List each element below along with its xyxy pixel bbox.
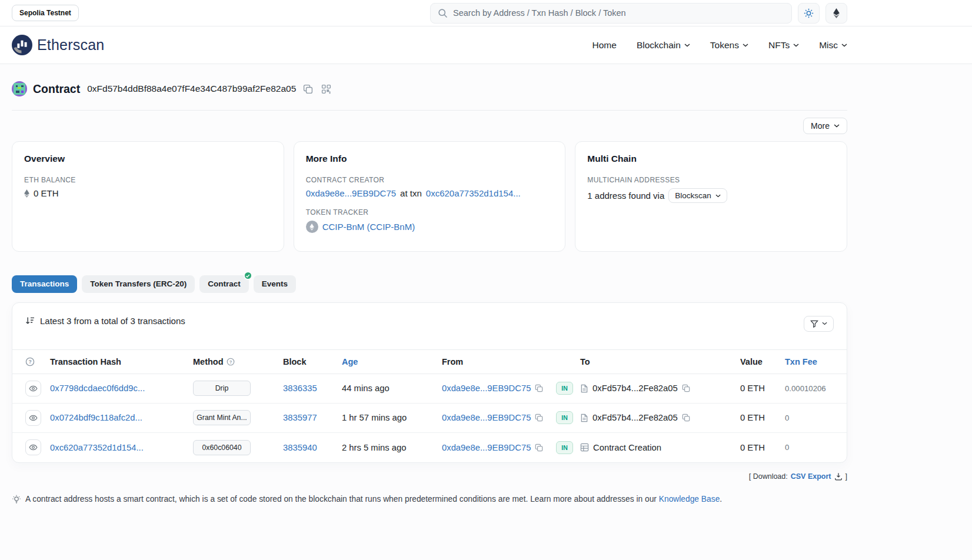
- chevron-down-icon: [822, 322, 827, 325]
- from-link[interactable]: 0xda9e8e...9EB9DC75: [442, 443, 531, 452]
- age-text: 1 hr 57 mins ago: [342, 413, 442, 422]
- search-box: [430, 3, 792, 24]
- knowledge-base-link[interactable]: Knowledge Base: [659, 495, 720, 504]
- preview-tx-button[interactable]: [25, 439, 41, 455]
- blockscan-dropdown[interactable]: Blockscan: [668, 188, 727, 203]
- creator-address-link[interactable]: 0xda9e8e...9EB9DC75: [306, 188, 396, 198]
- nav-item-label: Home: [592, 40, 617, 51]
- tab-transactions[interactable]: Transactions: [12, 275, 77, 293]
- download-suffix: ]: [845, 472, 847, 481]
- tabs: Transactions Token Transfers (ERC-20) Co…: [12, 275, 847, 293]
- col-method: Method: [193, 357, 224, 366]
- summary-cards: Overview ETH BALANCE 0 ETH More Info CON…: [12, 141, 847, 252]
- method-help-icon: ?: [227, 358, 235, 366]
- tx-table-body: 0x7798dcdaec0f6dd9c... Drip 3836335 44 m…: [12, 374, 847, 462]
- chevron-down-icon: [841, 44, 847, 47]
- main-content: Contract 0xFd57b4ddBf88a4e07fF4e34C487b9…: [12, 64, 847, 504]
- transactions-panel: Latest 3 from a total of 3 transactions …: [12, 302, 847, 463]
- copy-icon: [303, 84, 313, 94]
- more-button-label: More: [811, 121, 830, 131]
- chevron-down-icon: [684, 44, 690, 47]
- svg-text:?: ?: [28, 359, 31, 365]
- multichain-addresses-label: MULTICHAIN ADDRESSES: [587, 176, 835, 184]
- etherscan-logo[interactable]: Etherscan: [12, 35, 104, 55]
- creation-txn-link[interactable]: 0xc620a77352d1d154...: [426, 188, 521, 198]
- token-tracker-link[interactable]: CCIP-BnM (CCIP-BnM): [322, 222, 415, 232]
- note-suffix: .: [720, 495, 722, 504]
- token-logo-icon: [306, 221, 318, 233]
- gas-tracker-button[interactable]: [825, 3, 847, 24]
- nav-item-home[interactable]: Home: [592, 40, 617, 51]
- tab-contract[interactable]: Contract: [199, 275, 249, 293]
- direction-badge: IN: [556, 441, 573, 454]
- preview-tx-button[interactable]: [25, 410, 41, 426]
- copy-address-button[interactable]: [302, 83, 314, 95]
- to-copy-button[interactable]: [682, 414, 690, 422]
- col-txn-fee-toggle[interactable]: Txn Fee: [785, 357, 834, 366]
- to-text: Contract Creation: [593, 443, 661, 452]
- to-text: 0xFd57b4...2Fe82a05: [592, 384, 678, 393]
- copy-icon: [535, 414, 543, 422]
- footer-note: A contract address hosts a smart contrac…: [12, 495, 847, 504]
- theme-toggle-button[interactable]: [798, 3, 820, 24]
- tx-hash-link[interactable]: 0xc620a77352d1d154...: [50, 443, 144, 452]
- nav-item-tokens[interactable]: Tokens: [710, 40, 748, 51]
- verified-badge-icon: [244, 271, 252, 280]
- document-icon: [580, 384, 588, 393]
- copy-icon: [535, 384, 543, 392]
- value-text: 0 ETH: [740, 384, 785, 393]
- txn-fee-text: 0: [785, 414, 834, 422]
- col-from: From: [442, 357, 556, 366]
- nav-item-blockchain[interactable]: Blockchain: [637, 40, 690, 51]
- tab-label: Token Transfers (ERC-20): [90, 279, 187, 288]
- nav-item-label: Misc: [819, 40, 838, 51]
- table-row: 0xc620a77352d1d154... 0x60c06040 3835940…: [12, 433, 847, 462]
- from-copy-button[interactable]: [535, 414, 543, 422]
- qr-code-icon: [321, 84, 331, 94]
- preview-tx-button[interactable]: [25, 381, 41, 396]
- overview-card-title: Overview: [24, 154, 272, 164]
- block-link[interactable]: 3835977: [283, 413, 317, 422]
- col-block: Block: [283, 357, 342, 366]
- chevron-down-icon: [793, 44, 799, 47]
- from-link[interactable]: 0xda9e8e...9EB9DC75: [442, 384, 531, 393]
- search-icon: [438, 8, 448, 18]
- brand-name: Etherscan: [37, 36, 104, 54]
- tab-token-transfers-erc-20[interactable]: Token Transfers (ERC-20): [82, 275, 195, 293]
- block-link[interactable]: 3836335: [283, 384, 317, 393]
- chevron-down-icon: [834, 124, 840, 128]
- network-badge[interactable]: Sepolia Testnet: [12, 5, 79, 21]
- document-icon: [580, 414, 588, 422]
- download-prefix: [ Download:: [749, 472, 788, 481]
- value-text: 0 ETH: [740, 413, 785, 422]
- help-icon: ?: [25, 357, 50, 366]
- txn-fee-text: 0.00010206: [785, 384, 834, 393]
- col-value: Value: [740, 357, 785, 366]
- copy-icon: [682, 384, 690, 392]
- multichain-card-title: Multi Chain: [587, 154, 835, 164]
- more-button[interactable]: More: [803, 118, 847, 134]
- tx-hash-link[interactable]: 0x0724bdf9c118afc2d...: [50, 413, 142, 422]
- etherscan-logo-icon: [12, 35, 32, 55]
- qr-code-button[interactable]: [320, 83, 332, 95]
- from-copy-button[interactable]: [535, 444, 543, 452]
- value-text: 0 ETH: [740, 443, 785, 452]
- from-copy-button[interactable]: [535, 384, 543, 392]
- nav-item-nfts[interactable]: NFTs: [768, 40, 799, 51]
- age-text: 2 hrs 5 mins ago: [342, 443, 442, 452]
- search-input[interactable]: [453, 8, 784, 18]
- avatar: [12, 81, 27, 96]
- nav-item-label: Tokens: [710, 40, 739, 51]
- col-age-toggle[interactable]: Age: [342, 357, 442, 366]
- filter-button[interactable]: [804, 316, 834, 332]
- to-copy-button[interactable]: [682, 384, 690, 392]
- download-row: [ Download: CSV Export ]: [12, 472, 847, 481]
- tab-events[interactable]: Events: [254, 275, 296, 293]
- nav-item-misc[interactable]: Misc: [819, 40, 847, 51]
- sun-icon: [804, 8, 814, 18]
- block-link[interactable]: 3835940: [283, 443, 317, 452]
- csv-export-link[interactable]: CSV Export: [791, 472, 831, 481]
- tx-hash-link[interactable]: 0x7798dcdaec0f6dd9c...: [50, 384, 145, 393]
- more-info-card: More Info CONTRACT CREATOR 0xda9e8e...9E…: [294, 141, 566, 252]
- from-link[interactable]: 0xda9e8e...9EB9DC75: [442, 413, 531, 422]
